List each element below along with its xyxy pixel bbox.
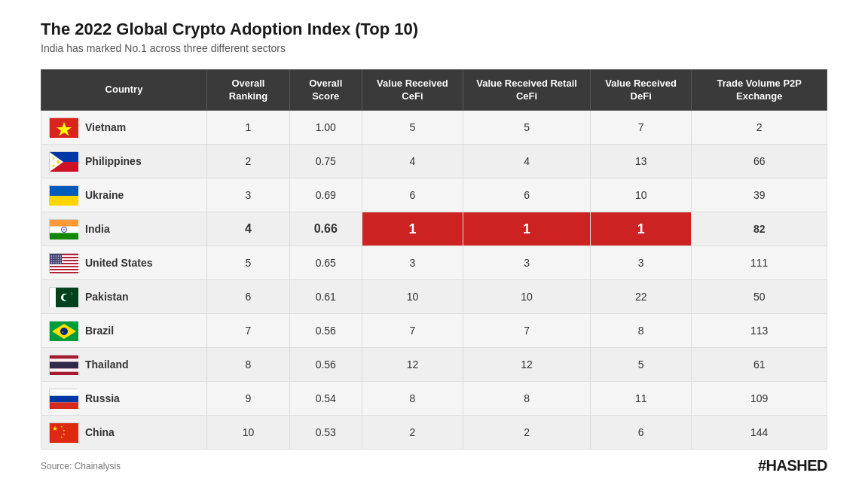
country-cell: India — [41, 212, 207, 246]
svg-text:★: ★ — [52, 425, 58, 432]
main-container: The 2022 Global Crypto Adoption Index (T… — [20, 2, 848, 487]
flag-pk: ☽ — [49, 287, 78, 307]
retail-cefi-cell: 1 — [463, 212, 591, 246]
cefi-cell: 6 — [362, 178, 463, 212]
defi-cell: 7 — [590, 111, 692, 145]
defi-cell: 13 — [590, 145, 692, 178]
country-name: Brazil — [85, 325, 114, 337]
country-cell: ★★★★★★★★★★★★★★★★★★★★★★ United States — [41, 246, 207, 280]
cefi-cell: 1 — [362, 212, 463, 246]
trade-volume-cell: 109 — [692, 382, 827, 416]
country-cell: ☽ Pakistan — [41, 280, 207, 314]
main-title: The 2022 Global Crypto Adoption Index (T… — [41, 20, 827, 39]
flag-br: ★ — [49, 321, 78, 340]
retail-cefi-cell: 6 — [463, 178, 591, 212]
retail-cefi-cell: 12 — [463, 348, 591, 382]
table-header-row: Country Overall Ranking Overall Score Va… — [41, 69, 827, 111]
ranking-cell: 10 — [207, 416, 290, 450]
country-name: Pakistan — [85, 291, 129, 303]
svg-rect-42 — [50, 389, 78, 396]
country-cell: Ukraine — [41, 178, 207, 212]
svg-text:★: ★ — [60, 435, 63, 439]
cefi-cell: 8 — [362, 382, 463, 416]
svg-text:★: ★ — [62, 331, 64, 334]
svg-rect-39 — [50, 359, 78, 362]
country-name: Vietnam — [85, 121, 126, 133]
header-overall-score: Overall Score — [289, 69, 362, 111]
flag-vn — [49, 117, 78, 137]
country-name: Ukraine — [85, 189, 124, 201]
svg-rect-41 — [50, 369, 78, 372]
ranking-cell: 3 — [207, 178, 290, 212]
trade-volume-cell: 66 — [692, 145, 827, 178]
trade-volume-cell: 2 — [692, 111, 827, 145]
header-trade-volume: Trade Volume P2P Exchange — [692, 69, 827, 111]
country-name: Philippines — [85, 155, 142, 167]
svg-point-6 — [53, 157, 55, 160]
svg-rect-40 — [50, 362, 78, 369]
svg-rect-13 — [50, 233, 78, 240]
ranking-cell: 6 — [207, 280, 290, 314]
table-row: ★ Brazil 70.56778113 — [41, 314, 827, 348]
svg-rect-44 — [50, 403, 78, 410]
defi-cell: 22 — [590, 280, 692, 314]
score-cell: 0.54 — [289, 382, 362, 416]
table-row: Vietnam 11.005572 — [41, 111, 827, 145]
svg-point-7 — [53, 165, 55, 167]
table-row: ☽ Pakistan 60.6110102250 — [41, 280, 827, 314]
country-cell: Philippines — [41, 145, 207, 178]
svg-rect-10 — [50, 196, 78, 206]
retail-cefi-cell: 10 — [463, 280, 591, 314]
flag-in — [49, 219, 78, 239]
defi-cell: 1 — [590, 212, 692, 246]
trade-volume-cell: 82 — [692, 212, 827, 246]
country-name: India — [85, 223, 110, 235]
svg-rect-21 — [50, 266, 78, 267]
svg-text:★★★★★: ★★★★★ — [50, 261, 62, 264]
table-row: Philippines 20.75441366 — [41, 145, 827, 178]
ranking-cell: 2 — [207, 145, 290, 178]
ranking-cell: 8 — [207, 348, 290, 382]
score-cell: 0.69 — [289, 178, 362, 212]
country-cell: ★ Brazil — [41, 314, 207, 348]
svg-rect-9 — [50, 186, 78, 196]
cefi-cell: 10 — [362, 280, 463, 314]
footer: Source: Chainalysis #HASHED — [41, 457, 827, 474]
defi-cell: 11 — [590, 382, 692, 416]
country-cell: Thailand — [41, 348, 207, 382]
score-cell: 0.65 — [289, 246, 362, 280]
trade-volume-cell: 50 — [692, 280, 827, 314]
score-cell: 0.66 — [289, 212, 362, 246]
table-row: ★★★★★ China 100.53226144 — [41, 416, 827, 450]
source-text: Source: Chainalysis — [41, 461, 121, 471]
svg-point-32 — [63, 294, 69, 300]
ranking-cell: 4 — [207, 212, 290, 246]
country-cell: Vietnam — [41, 111, 207, 145]
score-cell: 0.75 — [289, 145, 362, 178]
header-overall-ranking: Overall Ranking — [207, 69, 290, 111]
flag-cn: ★★★★★ — [49, 422, 78, 442]
ranking-cell: 7 — [207, 314, 290, 348]
subtitle: India has marked No.1 across three diffe… — [41, 42, 827, 54]
table-row: ★★★★★★★★★★★★★★★★★★★★★★ United States 50.… — [41, 246, 827, 280]
defi-cell: 3 — [590, 246, 692, 280]
flag-th — [49, 355, 78, 374]
defi-cell: 6 — [590, 416, 692, 450]
svg-point-8 — [58, 161, 60, 163]
svg-point-15 — [63, 230, 65, 231]
retail-cefi-cell: 3 — [463, 246, 591, 280]
country-cell: ★★★★★ China — [41, 416, 207, 450]
flag-us: ★★★★★★★★★★★★★★★★★★★★★★ — [49, 253, 78, 273]
retail-cefi-cell: 5 — [463, 111, 591, 145]
retail-cefi-cell: 8 — [463, 382, 591, 416]
table-row: Russia 90.548811109 — [41, 382, 827, 416]
country-cell: Russia — [41, 382, 207, 416]
defi-cell: 5 — [590, 348, 692, 382]
country-name: Thailand — [85, 358, 129, 371]
table-body: Vietnam 11.005572 Philippines 20.7544136… — [41, 111, 827, 450]
crypto-table: Country Overall Ranking Overall Score Va… — [41, 69, 827, 450]
svg-rect-11 — [50, 220, 78, 227]
flag-ph — [49, 151, 78, 171]
country-name: Russia — [85, 392, 120, 404]
cefi-cell: 7 — [362, 314, 463, 348]
